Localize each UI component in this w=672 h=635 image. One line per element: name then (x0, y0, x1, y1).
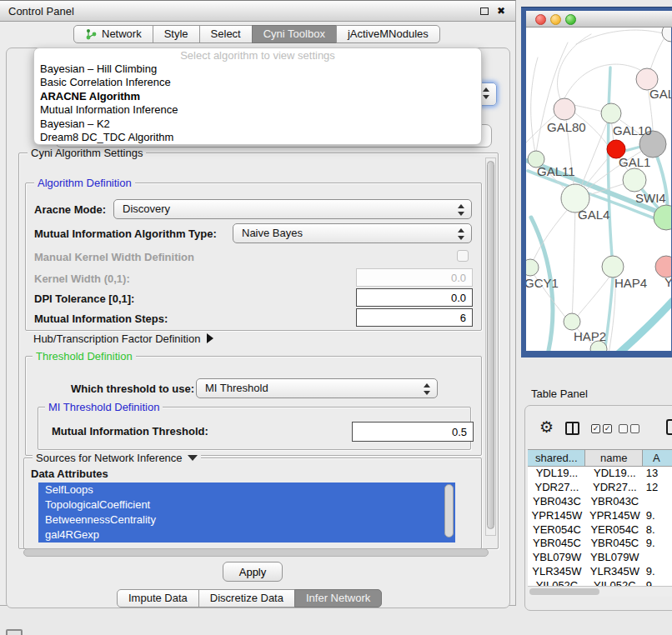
sources-group-title: Sources for Network Inference (33, 452, 201, 464)
dropdown-item-aracne[interactable]: ARACNE Algorithm (34, 90, 481, 103)
dropdown-item-bayesian-hill-climbing[interactable]: Bayesian – Hill Climbing (34, 62, 481, 76)
gear-icon[interactable]: ⚙ (539, 419, 554, 435)
table-row[interactable]: YDR27...YDR27...12 (528, 481, 672, 495)
table-cell[interactable] (644, 495, 672, 509)
table-cell[interactable]: YBR043C (528, 495, 586, 509)
table-cell[interactable]: 8. (644, 523, 672, 538)
close-traffic-light-icon[interactable] (535, 14, 546, 25)
table-row[interactable]: YPR145WYPR145W9. (528, 509, 672, 523)
scrollbar-thumb[interactable] (529, 588, 599, 595)
hub-definition-expander[interactable]: Hub/Transcription Factor Definition (33, 332, 213, 345)
float-window-icon[interactable] (480, 8, 489, 15)
dropdown-item-mutual-information[interactable]: Mutual Information Inference (34, 103, 481, 117)
table-cell[interactable]: 9 (644, 579, 672, 586)
column-header-shared-name[interactable]: shared... (528, 450, 585, 466)
tab-cyni-toolbox[interactable]: Cyni Toolbox (252, 25, 337, 43)
settings-horizontal-scrollbar[interactable] (22, 548, 494, 558)
table-row[interactable]: YIL052CYIL052C9 (528, 579, 672, 586)
tab-impute-data[interactable]: Impute Data (117, 589, 199, 608)
network-node[interactable] (601, 103, 621, 123)
scrollbar-thumb[interactable] (487, 161, 494, 529)
dpi-tolerance-field[interactable] (356, 288, 473, 307)
tab-infer-network-label: Infer Network (306, 590, 370, 607)
network-node[interactable] (623, 168, 646, 192)
network-node[interactable] (554, 98, 575, 120)
table-cell[interactable]: YBL079W (528, 551, 586, 565)
control-panel-window: Control Panel ✖ Network Style Select Cyn… (0, 0, 516, 606)
table-cell[interactable]: YER054C (528, 523, 586, 538)
aracne-mode-combo[interactable]: Discovery (113, 199, 472, 219)
mi-steps-field[interactable] (356, 308, 473, 327)
dropdown-item-dream8[interactable]: Dream8 DC_TDC Algorithm (34, 131, 481, 144)
kernel-width-field[interactable] (356, 268, 473, 287)
tab-discretize-data[interactable]: Discretize Data (198, 589, 295, 608)
table-cell[interactable]: YER054C (586, 523, 644, 538)
which-threshold-combo[interactable]: MI Threshold (196, 378, 438, 398)
tab-impute-data-label: Impute Data (128, 590, 188, 607)
table-row[interactable]: YBL079WYBL079W (528, 551, 672, 565)
close-icon[interactable]: ✖ (497, 4, 505, 18)
list-item-betweennesscentrality[interactable]: BetweennessCentrality (38, 512, 455, 528)
table-row[interactable]: YBR045CYBR045C9. (528, 537, 672, 551)
table-cell[interactable]: YBR045C (528, 537, 586, 551)
table-cell[interactable]: YDR27... (586, 481, 644, 495)
column-header-name[interactable]: name (585, 450, 643, 466)
zoom-traffic-light-icon[interactable] (565, 14, 576, 25)
table-horizontal-scrollbar[interactable] (528, 586, 672, 597)
settings-vertical-scrollbar[interactable] (485, 158, 496, 536)
tab-style[interactable]: Style (153, 25, 200, 43)
list-item-topologicalcoefficient[interactable]: TopologicalCoefficient (38, 498, 455, 512)
table-row[interactable]: YLR345WYLR345W9. (528, 565, 672, 579)
table-cell[interactable]: YIL052C (528, 579, 586, 586)
dropdown-item-bayesian-k2[interactable]: Bayesian – K2 (34, 118, 481, 131)
table-cell[interactable]: YPR145W (528, 509, 586, 523)
table-cell[interactable]: YBL079W (586, 551, 644, 565)
column-layout-icon[interactable] (565, 422, 579, 435)
table-cell[interactable]: YLR345W (528, 565, 586, 579)
table-cell[interactable]: YPR145W (586, 509, 644, 523)
network-window-titlebar[interactable] (526, 11, 672, 28)
table-cell[interactable]: 9. (644, 509, 672, 523)
list-item-gal4rgexp[interactable]: gal4RGexp (38, 528, 455, 542)
manual-kernel-width-checkbox[interactable] (457, 250, 469, 262)
mi-algorithm-type-combo[interactable]: Naive Bayes (233, 223, 472, 243)
mi-threshold-field[interactable] (352, 422, 474, 442)
table-row[interactable]: YER054CYER054C8. (528, 523, 672, 538)
table-cell[interactable]: YIL052C (586, 579, 644, 586)
apply-button[interactable]: Apply (223, 562, 283, 582)
dropdown-item-basic-correlation[interactable]: Basic Correlation Inference (34, 76, 481, 89)
table-row[interactable]: YDL19...YDL19...13 (528, 467, 672, 481)
table-row[interactable]: YBR043CYBR043C (528, 495, 672, 509)
table-cell[interactable] (644, 551, 672, 565)
hide-all-columns-icon[interactable] (619, 424, 639, 433)
network-canvas-svg: GALGAL80GAL10GAL11GAL1SWI4GAL4GCY1HAP4YH… (526, 28, 671, 351)
table-cell[interactable]: YLR345W (586, 565, 644, 579)
table-cell[interactable]: YDL19... (528, 467, 586, 481)
manual-kernel-width-label: Manual Kernel Width Definition (34, 251, 194, 263)
table-cell[interactable]: 9. (644, 565, 672, 579)
table-cell[interactable]: YDR27... (528, 481, 586, 495)
minimize-traffic-light-icon[interactable] (550, 14, 561, 25)
tab-select[interactable]: Select (199, 25, 253, 43)
table-cell[interactable]: 13 (644, 467, 672, 481)
scrollbar-thumb[interactable] (23, 548, 489, 557)
tab-infer-network[interactable]: Infer Network (294, 589, 382, 608)
network-node[interactable] (602, 256, 624, 278)
attribute-list-scrollbar[interactable] (444, 484, 454, 538)
tab-jactivemnodules[interactable]: jActiveMNodules (336, 25, 440, 43)
network-canvas[interactable]: GALGAL80GAL10GAL11GAL1SWI4GAL4GCY1HAP4YH… (526, 28, 671, 351)
list-item-selfloops[interactable]: SelfLoops (38, 482, 455, 498)
show-all-columns-icon[interactable]: ✓✓ (591, 424, 612, 433)
network-node[interactable] (526, 259, 539, 276)
table-cell[interactable]: YBR045C (586, 537, 644, 551)
tab-network[interactable]: Network (73, 25, 153, 43)
export-table-icon[interactable] (666, 419, 672, 435)
collapsed-panel-icon[interactable] (6, 629, 23, 635)
table-cell[interactable]: YDL19... (586, 467, 644, 481)
table-cell[interactable]: YBR043C (586, 495, 644, 509)
table-cell[interactable]: 9. (644, 537, 672, 551)
collapse-arrow-icon[interactable] (188, 455, 198, 461)
network-node[interactable] (564, 313, 580, 330)
table-cell[interactable]: 12 (644, 481, 672, 495)
column-header-partial[interactable]: A (643, 450, 672, 466)
